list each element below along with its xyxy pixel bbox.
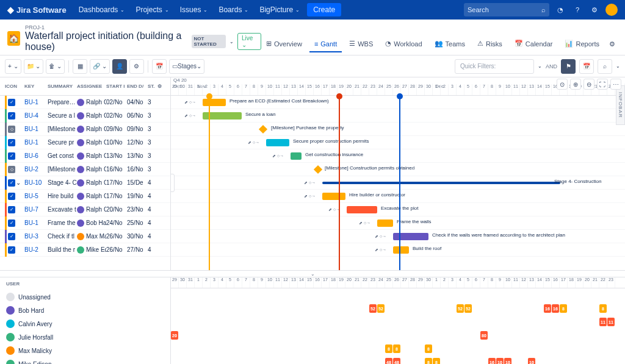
resource-cell[interactable]: 8 — [599, 304, 607, 313]
notifications-icon[interactable]: ◔ — [554, 4, 566, 16]
dependency-icon[interactable]: ⬈ ○→ — [304, 194, 316, 199]
resource-cell[interactable]: 10 — [528, 358, 535, 364]
resource-cell[interactable]: 10 — [504, 358, 511, 364]
dependency-icon[interactable]: ⬈ ○→ — [272, 154, 284, 159]
table-row[interactable]: ✓BU-4Secure a lRalph Cann02/No06/No3 — [0, 109, 170, 123]
col-st[interactable]: ST. — [148, 84, 157, 89]
col-key[interactable]: KEY — [24, 84, 48, 89]
gantt-row[interactable]: ⬈ ○→Secure proper construction permits — [171, 136, 625, 149]
tab-workload[interactable]: ◔Workload — [380, 36, 427, 52]
assignee-cell[interactable]: Ralph Cann — [77, 193, 106, 200]
resource-cell[interactable]: 8 — [393, 344, 400, 353]
issue-key[interactable]: BU-6 — [24, 152, 38, 159]
user-row[interactable]: Bob Hard — [6, 304, 164, 317]
col-start[interactable]: START I — [106, 84, 127, 89]
resource-cell[interactable]: 16 — [544, 304, 551, 313]
table-row[interactable]: ◇BU-2[MilestoneRalph Cann16/No16/No3 — [0, 163, 170, 176]
issue-key[interactable]: BU-4 — [24, 112, 38, 119]
issue-key[interactable]: BU-1 — [24, 99, 38, 105]
gantt-bar[interactable] — [266, 139, 289, 146]
assignee-cell[interactable]: Ralph Cann — [77, 139, 106, 146]
resource-cell[interactable]: 10 — [496, 358, 504, 364]
issue-key[interactable]: BU-10 — [24, 179, 42, 186]
gantt-row[interactable]: ⬈ ○→Build the roof — [171, 243, 625, 257]
gantt-row[interactable]: ⬈ ○→Excavate the plot — [171, 203, 625, 216]
chevron-down-icon[interactable]: ⌄ — [229, 39, 234, 45]
user-row[interactable]: Julie Horsfall — [6, 330, 164, 344]
tab-calendar[interactable]: 📅Calendar — [510, 36, 558, 52]
zoom-in-icon[interactable]: ⊕ — [570, 79, 581, 90]
quick-filters-input[interactable] — [455, 59, 534, 74]
resource-cell[interactable]: 8 — [560, 304, 567, 313]
assignee-cell[interactable]: Bob Hard — [77, 219, 106, 227]
table-row[interactable]: ✓BU-3Check if tlMax Malicl26/No30/No4 — [0, 230, 170, 243]
gantt-bar[interactable] — [393, 233, 428, 240]
gantt-bar[interactable] — [322, 182, 560, 184]
resource-cell[interactable]: 8 — [425, 358, 432, 364]
assignee-cell[interactable]: Ralph Cann — [77, 99, 106, 106]
issue-key[interactable]: BU-3 — [24, 233, 38, 240]
resource-cell[interactable]: 8 — [425, 344, 432, 353]
filter-calendar-button[interactable]: 📅 — [579, 59, 594, 74]
people-button[interactable]: 👤 — [112, 59, 127, 74]
more-icon[interactable]: ⋯ — [610, 79, 621, 90]
table-row[interactable]: ✓⌄BU-10Stage 4- CRalph Cann17/No15/De4 — [0, 176, 170, 190]
resource-cell[interactable]: 52 — [464, 304, 472, 313]
table-row[interactable]: ✓BU-1Frame theBob Hard24/No25/No4 — [0, 216, 170, 230]
tab-wbs[interactable]: ☰WBS — [344, 36, 378, 52]
dependency-icon[interactable]: ⬈ ○→ — [304, 180, 316, 185]
col-icon[interactable]: ICON — [0, 84, 16, 89]
resource-cell[interactable]: 52 — [377, 304, 385, 313]
resource-cell[interactable]: 52 — [369, 304, 377, 313]
gantt-bar[interactable] — [377, 219, 393, 227]
dependency-icon[interactable]: ⬈ ○→ — [359, 221, 370, 226]
issue-key[interactable]: BU-7 — [24, 206, 38, 213]
columns-button[interactable]: ▦ — [73, 59, 87, 74]
table-row[interactable]: ✓BU-5Hire buildRalph Cann17/No19/No4 — [0, 190, 170, 203]
chevron-down-icon[interactable]: ⌄ — [538, 63, 542, 69]
assignee-cell[interactable]: Ralph Cann — [77, 179, 106, 187]
user-avatar[interactable] — [605, 4, 618, 16]
nav-item[interactable]: BigPicture ⌄ — [255, 3, 305, 16]
resource-cell[interactable]: 8 — [385, 344, 392, 353]
user-row[interactable]: Calvin Avery — [6, 317, 164, 330]
resource-cell[interactable]: 48 — [385, 358, 392, 364]
timeline-marker[interactable] — [209, 96, 210, 270]
col-end[interactable]: END D/ — [127, 84, 148, 89]
user-row[interactable]: Max Malicky — [6, 344, 164, 357]
gear-button[interactable]: ⚙ — [129, 59, 144, 74]
gantt-row[interactable]: [Milestone] Purchase the property — [171, 123, 625, 136]
tab-gantt[interactable]: ≡Gantt — [309, 37, 342, 52]
assignee-cell[interactable]: Ralph Cann — [77, 126, 106, 133]
stages-button[interactable]: ▭ Stages ⌄ — [169, 59, 204, 74]
filter-flag-button[interactable]: ⚑ — [561, 59, 576, 74]
assignee-cell[interactable]: Ralph Cann — [77, 206, 106, 213]
gantt-row[interactable]: [Milestone] Construction permits obtaine… — [171, 163, 625, 176]
resource-cell[interactable]: 80 — [480, 331, 488, 340]
settings-icon[interactable]: ⚙ — [588, 4, 601, 16]
zoom-out-icon[interactable]: ⊖ — [583, 79, 594, 90]
tab-teams[interactable]: 👥Teams — [430, 36, 470, 52]
dependency-icon[interactable]: ⬈ ○→ — [184, 113, 196, 118]
user-row[interactable]: Unassigned — [6, 290, 164, 304]
gantt-milestone[interactable] — [314, 165, 322, 174]
pane-divider[interactable]: ⌄ — [0, 270, 625, 277]
gear-icon[interactable]: ⚙ — [607, 38, 618, 51]
global-search[interactable]: ⌕ — [464, 3, 549, 16]
filter-search-button[interactable]: ⌕ — [598, 59, 612, 74]
collapse-handle[interactable]: ‹ — [171, 174, 175, 192]
product-logo[interactable]: ◆ Jira Software — [7, 5, 67, 15]
gantt-row[interactable]: ⬈ ○→Frame the walls — [171, 216, 625, 230]
gantt-bar[interactable] — [347, 206, 377, 213]
resource-cell[interactable]: 16 — [552, 304, 559, 313]
user-row[interactable]: Mike Edison — [6, 357, 164, 364]
zoom-target-icon[interactable]: ⊙ — [557, 79, 568, 90]
nav-item[interactable]: Issues ⌄ — [175, 3, 213, 16]
create-button[interactable]: Create — [307, 3, 341, 16]
status-badge[interactable]: NOT STARTED — [192, 35, 226, 48]
table-row[interactable]: ◇BU-1[MilestoneRalph Cann09/No09/No3 — [0, 123, 170, 136]
nav-item[interactable]: Boards ⌄ — [214, 3, 253, 16]
resource-cell[interactable]: 52 — [457, 304, 464, 313]
assignee-cell[interactable]: Ralph Cann — [77, 112, 106, 120]
tab-risks[interactable]: ⚠Risks — [472, 36, 507, 52]
